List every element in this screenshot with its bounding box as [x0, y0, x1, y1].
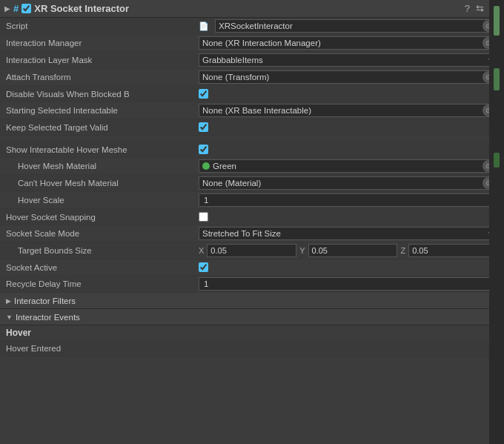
hover-socket-snapping-row: Hover Socket Snapping [0, 209, 504, 225]
script-label: Script [6, 21, 199, 30]
disable-visuals-label: Disable Visuals When Blocked B [6, 90, 199, 99]
target-bounds-z-field[interactable]: 0.05 [408, 244, 498, 257]
component-enabled-checkbox[interactable] [21, 4, 31, 13]
keep-selected-checkbox[interactable] [199, 122, 208, 132]
interaction-manager-row: Interaction Manager None (XR Interaction… [0, 35, 504, 52]
right-sidebar [489, 0, 504, 444]
interactor-filters-label: Interactor Filters [14, 296, 76, 305]
target-bounds-size-row: Target Bounds Size X 0.05 Y 0.05 Z 0.05 [0, 242, 504, 259]
spacer-row [0, 136, 504, 142]
interactor-filters-section[interactable]: ▶ Interactor Filters [0, 293, 504, 309]
cant-hover-mesh-material-row: Can't Hover Mesh Material None (Material… [0, 175, 504, 192]
disable-visuals-checkbox[interactable] [199, 89, 208, 99]
hover-socket-snapping-checkbox[interactable] [199, 212, 208, 222]
target-bounds-x-field[interactable]: 0.05 [207, 244, 296, 257]
socket-scale-mode-label: Socket Scale Mode [6, 229, 199, 238]
interactor-events-label: Interactor Events [16, 313, 80, 322]
show-hover-mesh-row: Show Interactable Hover Meshe [0, 142, 504, 158]
script-value: 📄 XRSocketInteractor ⊙ [199, 19, 498, 33]
target-bounds-y-field[interactable]: 0.05 [308, 244, 398, 257]
x-label: X [199, 246, 204, 255]
socket-active-label: Socket Active [6, 263, 199, 272]
collapse-arrow-icon[interactable]: ▶ [4, 4, 10, 13]
target-bounds-size-label: Target Bounds Size [6, 246, 199, 255]
main-container: ▶ # XR Socket Interactor ? ⇆ ⋮ Script 📄 … [0, 0, 504, 357]
starting-selected-field[interactable]: None (XR Base Interactable) ⊙ [199, 104, 498, 117]
sidebar-indicator-3 [494, 153, 500, 168]
hover-mesh-material-row: Hover Mesh Material Green ⊙ [0, 158, 504, 175]
disable-visuals-value [199, 89, 498, 99]
hover-entered-label: Hover Entered [6, 344, 61, 353]
filters-collapse-icon: ▶ [6, 297, 11, 305]
content-panel: ▶ # XR Socket Interactor ? ⇆ ⋮ Script 📄 … [0, 0, 504, 357]
script-row: Script 📄 XRSocketInteractor ⊙ [0, 18, 504, 35]
attach-transform-row: Attach Transform None (Transform) ⊙ [0, 69, 504, 86]
socket-scale-mode-dropdown[interactable]: Stretched To Fit Size ▼ [199, 227, 498, 240]
hover-scale-field[interactable]: 1 [199, 193, 498, 207]
help-icon[interactable]: ? [465, 3, 470, 14]
events-collapse-icon: ▼ [6, 314, 13, 321]
green-dot-icon [202, 162, 210, 170]
interaction-layer-mask-row: Interaction Layer Mask GrabbableItems ▼ [0, 52, 504, 69]
keep-selected-label: Keep Selected Target Valid [6, 123, 199, 132]
y-label: Y [299, 246, 305, 255]
component-header: ▶ # XR Socket Interactor ? ⇆ ⋮ [0, 0, 504, 18]
hover-mesh-material-field[interactable]: Green ⊙ [199, 159, 498, 173]
interactor-events-section[interactable]: ▼ Interactor Events [0, 309, 504, 325]
recycle-delay-time-row: Recycle Delay Time 1 [0, 276, 504, 293]
recycle-delay-time-label: Recycle Delay Time [6, 279, 199, 288]
hover-entered-row: Hover Entered [0, 341, 504, 357]
hover-scale-row: Hover Scale 1 [0, 192, 504, 209]
socket-active-checkbox[interactable] [199, 262, 208, 272]
cant-hover-mesh-material-label: Can't Hover Mesh Material [6, 179, 199, 188]
script-field[interactable]: XRSocketInteractor ⊙ [215, 19, 498, 33]
script-file-icon: 📄 [199, 21, 209, 31]
target-bounds-size-value: X 0.05 Y 0.05 Z 0.05 [199, 244, 498, 257]
hash-icon: # [13, 3, 19, 14]
starting-selected-label: Starting Selected Interactable [6, 106, 199, 115]
socket-scale-mode-value: Stretched To Fit Size ▼ [199, 227, 498, 240]
attach-transform-field[interactable]: None (Transform) ⊙ [199, 70, 498, 84]
cant-hover-mesh-material-value: None (Material) ⊙ [199, 176, 498, 190]
settings-icon[interactable]: ⇆ [476, 3, 484, 14]
starting-selected-value: None (XR Base Interactable) ⊙ [199, 104, 498, 117]
starting-selected-row: Starting Selected Interactable None (XR … [0, 102, 504, 119]
interaction-layer-mask-label: Interaction Layer Mask [6, 56, 199, 64]
hover-socket-snapping-value [199, 212, 498, 222]
recycle-delay-time-value: 1 [199, 277, 498, 291]
interaction-manager-value: None (XR Interaction Manager) ⊙ [199, 36, 498, 50]
sidebar-indicator-1 [494, 6, 500, 36]
attach-transform-value: None (Transform) ⊙ [199, 70, 498, 84]
hover-socket-snapping-label: Hover Socket Snapping [6, 213, 199, 222]
cant-hover-mesh-material-field[interactable]: None (Material) ⊙ [199, 176, 498, 190]
socket-active-row: Socket Active [0, 259, 504, 276]
disable-visuals-row: Disable Visuals When Blocked B [0, 86, 504, 102]
attach-transform-label: Attach Transform [6, 73, 199, 82]
interaction-manager-label: Interaction Manager [6, 39, 199, 47]
recycle-delay-time-field[interactable]: 1 [199, 277, 498, 291]
show-hover-mesh-value [199, 145, 498, 154]
keep-selected-value [199, 122, 498, 132]
hover-label: Hover [6, 328, 31, 338]
show-hover-mesh-checkbox[interactable] [199, 145, 208, 154]
hover-mesh-material-label: Hover Mesh Material [6, 162, 199, 170]
socket-active-value [199, 262, 498, 272]
hover-scale-value: 1 [199, 193, 498, 207]
z-label: Z [400, 246, 405, 255]
sidebar-indicator-2 [494, 68, 500, 90]
keep-selected-row: Keep Selected Target Valid [0, 119, 504, 136]
socket-scale-mode-row: Socket Scale Mode Stretched To Fit Size … [0, 225, 504, 242]
component-title: XR Socket Interactor [34, 3, 462, 14]
hover-subsection-header: Hover [0, 325, 504, 341]
interaction-manager-field[interactable]: None (XR Interaction Manager) ⊙ [199, 36, 498, 50]
interaction-layer-mask-value: GrabbableItems ▼ [199, 53, 498, 67]
hover-mesh-material-value: Green ⊙ [199, 159, 498, 173]
interaction-layer-mask-dropdown[interactable]: GrabbableItems ▼ [199, 53, 498, 67]
show-hover-mesh-label: Show Interactable Hover Meshe [6, 145, 199, 154]
hover-scale-label: Hover Scale [6, 196, 199, 205]
